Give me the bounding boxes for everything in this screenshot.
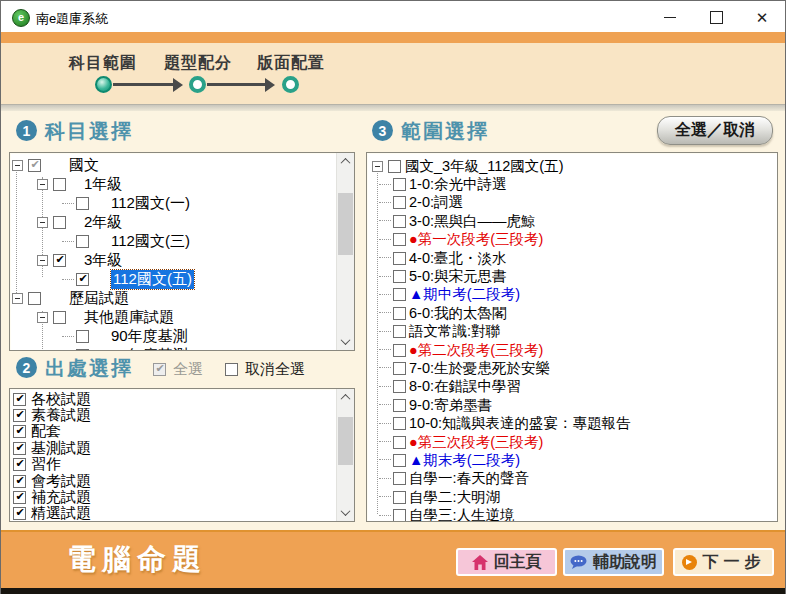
checkbox-unchecked[interactable] (393, 454, 406, 467)
checkbox-unchecked[interactable] (53, 178, 66, 191)
scrollbar-thumb[interactable] (338, 193, 353, 255)
checkbox-unchecked[interactable] (393, 288, 406, 301)
checkbox-unchecked[interactable] (53, 216, 66, 229)
tree-item[interactable]: 歷屆試題 (10, 289, 354, 308)
tree-item-exam[interactable]: ●第一次段考(三段考) (367, 231, 777, 249)
tree-item[interactable]: 3-0:黑與白——虎鯨 (367, 212, 777, 230)
checkbox-unchecked[interactable] (393, 325, 406, 338)
checkbox-gray-checked[interactable] (28, 159, 41, 172)
home-button[interactable]: 回主頁 (456, 548, 557, 576)
checkbox-unchecked[interactable] (393, 233, 406, 246)
checkbox-unchecked[interactable] (393, 509, 406, 522)
tree-item[interactable]: 自學二:大明湖 (367, 488, 777, 506)
scroll-up-icon[interactable] (337, 153, 354, 170)
tree-item[interactable]: 112國文(三) (10, 232, 354, 251)
source-item[interactable]: 配套 (10, 424, 354, 440)
tree-item-exam[interactable]: ▲期中考(二段考) (367, 286, 777, 304)
checkbox-unchecked[interactable] (393, 252, 406, 265)
tree-item-exam[interactable]: ●第三次段考(三段考) (367, 433, 777, 451)
checkbox-checked[interactable] (13, 507, 26, 520)
checkbox-checked[interactable] (76, 273, 89, 286)
tree-item[interactable]: 2年級 (10, 213, 354, 232)
scrollbar[interactable] (336, 389, 354, 521)
checkbox-unchecked[interactable] (393, 344, 406, 357)
tree-item[interactable]: 3年級 (10, 251, 354, 270)
source-item[interactable]: 補充試題 (10, 489, 354, 505)
checkbox-unchecked[interactable] (393, 472, 406, 485)
source-item[interactable]: 精選試題 (10, 506, 354, 522)
tree-item[interactable]: 5-0:與宋元思書 (367, 267, 777, 285)
source-item[interactable]: 各校試題 (10, 391, 354, 407)
tree-item-exam[interactable]: ▲期末考(二段考) (367, 451, 777, 469)
checkbox-unchecked[interactable] (393, 436, 406, 449)
checkbox-checked[interactable] (13, 458, 26, 471)
collapse-icon[interactable] (37, 179, 48, 190)
scrollbar-thumb[interactable] (338, 417, 353, 465)
checkbox-unchecked[interactable] (76, 235, 89, 248)
tree-item[interactable]: 2-0:詞選 (367, 194, 777, 212)
tree-item[interactable]: 語文常識:對聯 (367, 323, 777, 341)
tree-item[interactable]: 4-0:臺北・淡水 (367, 249, 777, 267)
scroll-down-icon[interactable] (337, 333, 354, 350)
checkbox-unchecked[interactable] (393, 270, 406, 283)
source-item[interactable]: 習作 (10, 457, 354, 473)
collapse-icon[interactable] (12, 160, 23, 171)
tree-item[interactable]: 10-0:知識與表達的盛宴：專題報告 (367, 414, 777, 432)
scroll-down-icon[interactable] (337, 504, 354, 521)
help-button[interactable]: 輔助說明 (563, 548, 664, 576)
checkbox-checked[interactable] (13, 425, 26, 438)
collapse-icon[interactable] (37, 255, 48, 266)
tree-item[interactable]: 1-0:余光中詩選 (367, 175, 777, 193)
checkbox-unchecked[interactable] (225, 363, 238, 376)
checkbox-unchecked[interactable] (393, 399, 406, 412)
minimize-button[interactable] (647, 1, 693, 33)
tree-item[interactable]: 7-0:生於憂患死於安樂 (367, 359, 777, 377)
tree-item[interactable]: 國文 (10, 156, 354, 175)
collapse-icon[interactable] (37, 312, 48, 323)
checkbox-unchecked[interactable] (393, 196, 406, 209)
scrollbar[interactable] (336, 153, 354, 350)
deselect-all-checkbox[interactable]: 取消全選 (225, 360, 305, 379)
tree-item[interactable]: 8-0:在錯誤中學習 (367, 378, 777, 396)
scroll-up-icon[interactable] (337, 389, 354, 406)
checkbox-checked[interactable] (13, 442, 26, 455)
source-item[interactable]: 基測試題 (10, 440, 354, 456)
checkbox-unchecked[interactable] (76, 197, 89, 210)
collapse-icon[interactable] (12, 293, 23, 304)
tree-item[interactable]: 1年級 (10, 175, 354, 194)
source-item[interactable]: 素養試題 (10, 407, 354, 423)
checkbox-unchecked[interactable] (393, 380, 406, 393)
checkbox-checked[interactable] (13, 475, 26, 488)
checkbox-checked[interactable] (13, 491, 26, 504)
select-all-toggle-button[interactable]: 全選／取消 (657, 116, 773, 145)
tree-item[interactable]: 112國文(一) (10, 194, 354, 213)
tree-item[interactable]: 90年度基測 (10, 327, 354, 346)
tree-item[interactable]: 國文_3年級_112國文(五) (367, 157, 777, 175)
checkbox-unchecked[interactable] (393, 215, 406, 228)
tree-item-selected[interactable]: 112國文(五) (10, 270, 354, 289)
checkbox-unchecked[interactable] (388, 160, 401, 173)
checkbox-unchecked[interactable] (76, 349, 89, 351)
collapse-icon[interactable] (372, 161, 383, 172)
checkbox-gray-checked[interactable] (153, 363, 166, 376)
next-step-button[interactable]: 下一步 (673, 548, 774, 576)
checkbox-unchecked[interactable] (28, 292, 41, 305)
collapse-icon[interactable] (37, 217, 48, 228)
checkbox-unchecked[interactable] (393, 362, 406, 375)
checkbox-unchecked[interactable] (53, 311, 66, 324)
checkbox-checked[interactable] (13, 409, 26, 422)
tree-item[interactable]: 9-0:寄弟墨書 (367, 396, 777, 414)
checkbox-unchecked[interactable] (393, 417, 406, 430)
tree-item[interactable]: 91年度基測 (10, 346, 354, 351)
checkbox-unchecked[interactable] (393, 491, 406, 504)
checkbox-unchecked[interactable] (393, 178, 406, 191)
tree-item[interactable]: 自學三:人生逆境 (367, 506, 777, 522)
select-all-checkbox[interactable]: 全選 (153, 360, 203, 379)
tree-item[interactable]: 6-0:我的太魯閣 (367, 304, 777, 322)
checkbox-checked[interactable] (53, 254, 66, 267)
tree-item[interactable]: 其他題庫試題 (10, 308, 354, 327)
checkbox-unchecked[interactable] (393, 307, 406, 320)
close-button[interactable]: ✕ (739, 1, 785, 33)
tree-item[interactable]: 自學一:春天的聲音 (367, 470, 777, 488)
tree-item-exam[interactable]: ●第二次段考(三段考) (367, 341, 777, 359)
